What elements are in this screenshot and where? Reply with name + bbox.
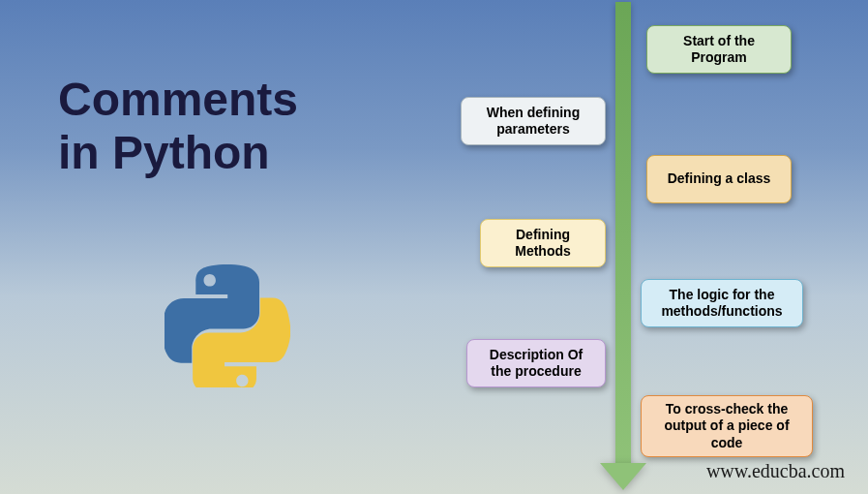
page-title: Comments in Python	[58, 73, 298, 179]
step-cross-check-output: To cross-check the output of a piece of …	[641, 395, 813, 457]
step-label: When defining parameters	[473, 105, 593, 139]
title-line-1: Comments	[58, 73, 298, 126]
step-defining-methods: Defining Methods	[480, 219, 606, 267]
step-description-procedure: Description Of the procedure	[466, 339, 606, 387]
step-label: Defining a class	[668, 170, 771, 188]
timeline-arrow-head-icon	[600, 463, 646, 490]
step-label: Description Of the procedure	[479, 347, 593, 381]
timeline-arrow-line	[615, 2, 631, 467]
step-defining-class: Defining a class	[646, 155, 792, 203]
footer-attribution: www.educba.com	[706, 460, 845, 482]
python-logo-icon	[165, 262, 290, 387]
step-label: Defining Methods	[493, 227, 593, 261]
title-line-2: in Python	[58, 126, 298, 179]
step-defining-parameters: When defining parameters	[461, 97, 606, 145]
step-start-program: Start of the Program	[646, 25, 792, 74]
step-label: Start of the Program	[659, 33, 779, 67]
step-label: To cross-check the output of a piece of …	[653, 401, 800, 452]
step-logic-methods: The logic for the methods/functions	[641, 279, 803, 327]
step-label: The logic for the methods/functions	[653, 287, 791, 321]
